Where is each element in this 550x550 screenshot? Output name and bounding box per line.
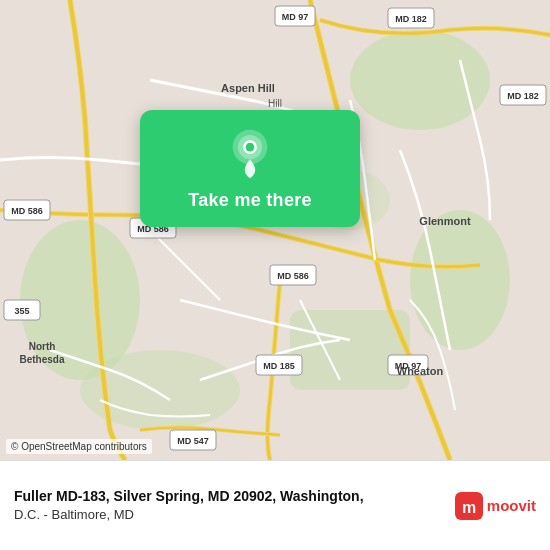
svg-text:m: m (462, 499, 476, 516)
take-me-there-button[interactable]: Take me there (140, 110, 360, 227)
svg-text:Wheaton: Wheaton (397, 365, 444, 377)
location-subtitle: D.C. - Baltimore, MD (14, 506, 445, 524)
svg-point-2 (350, 30, 490, 130)
svg-text:355: 355 (14, 306, 29, 316)
location-title: Fuller MD-183, Silver Spring, MD 20902, … (14, 487, 445, 507)
svg-text:MD 182: MD 182 (395, 14, 427, 24)
moovit-label: moovit (487, 497, 536, 514)
svg-text:Aspen Hill: Aspen Hill (221, 82, 275, 94)
map-container[interactable]: MD 182 MD 182 MD 97 MD 97 MD 586 MD 586 … (0, 0, 550, 460)
svg-point-36 (246, 143, 255, 152)
location-pin-icon (224, 128, 276, 180)
svg-text:MD 185: MD 185 (263, 361, 295, 371)
moovit-icon: m (455, 492, 483, 520)
take-me-there-label: Take me there (188, 190, 312, 211)
svg-text:MD 182: MD 182 (507, 91, 539, 101)
location-info: Fuller MD-183, Silver Spring, MD 20902, … (14, 487, 445, 525)
map-attribution: © OpenStreetMap contributors (6, 439, 152, 454)
svg-text:MD 586: MD 586 (277, 271, 309, 281)
svg-text:MD 547: MD 547 (177, 436, 209, 446)
attribution-text: © OpenStreetMap contributors (11, 441, 147, 452)
svg-text:MD 586: MD 586 (11, 206, 43, 216)
svg-text:MD 97: MD 97 (282, 12, 309, 22)
svg-text:Glenmont: Glenmont (419, 215, 471, 227)
svg-text:Bethesda: Bethesda (19, 354, 64, 365)
map-svg: MD 182 MD 182 MD 97 MD 97 MD 586 MD 586 … (0, 0, 550, 460)
svg-text:North: North (29, 341, 56, 352)
moovit-logo: m moovit (455, 492, 536, 520)
info-bar: Fuller MD-183, Silver Spring, MD 20902, … (0, 460, 550, 550)
svg-text:Hill: Hill (268, 98, 282, 109)
